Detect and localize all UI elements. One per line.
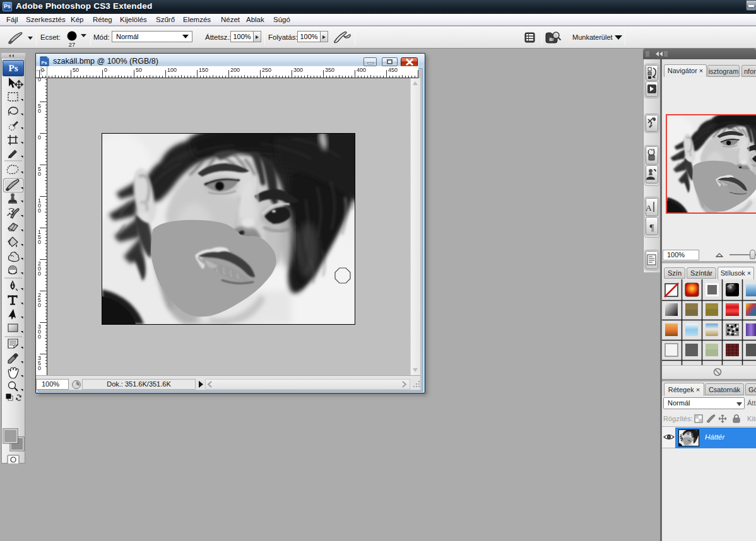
svg-text:0: 0 [38, 365, 41, 371]
svg-text:0: 0 [41, 67, 44, 73]
svg-text:250: 250 [262, 67, 271, 73]
svg-text:¶: ¶ [650, 223, 654, 233]
svg-text:0: 0 [38, 302, 41, 308]
svg-text:27: 27 [69, 41, 76, 48]
svg-text:0: 0 [38, 207, 41, 214]
svg-text:0: 0 [38, 78, 41, 83]
svg-text:0: 0 [38, 239, 41, 245]
svg-text:Ps: Ps [41, 60, 47, 66]
svg-text:350: 350 [325, 67, 334, 73]
svg-text:400: 400 [357, 67, 366, 73]
svg-text:450: 450 [388, 67, 398, 73]
svg-text:0: 0 [104, 67, 107, 73]
svg-text:0: 0 [38, 171, 41, 177]
svg-text:0: 0 [38, 108, 41, 114]
svg-text:50: 50 [73, 67, 79, 73]
svg-text:0: 0 [38, 334, 41, 340]
svg-text:0: 0 [38, 134, 41, 141]
svg-text:50: 50 [136, 67, 142, 73]
svg-text:A: A [646, 203, 652, 212]
svg-text:150: 150 [199, 67, 208, 73]
svg-text:100: 100 [167, 67, 177, 73]
svg-text:200: 200 [230, 67, 240, 73]
svg-text:0: 0 [38, 270, 41, 277]
svg-text:300: 300 [293, 67, 303, 73]
